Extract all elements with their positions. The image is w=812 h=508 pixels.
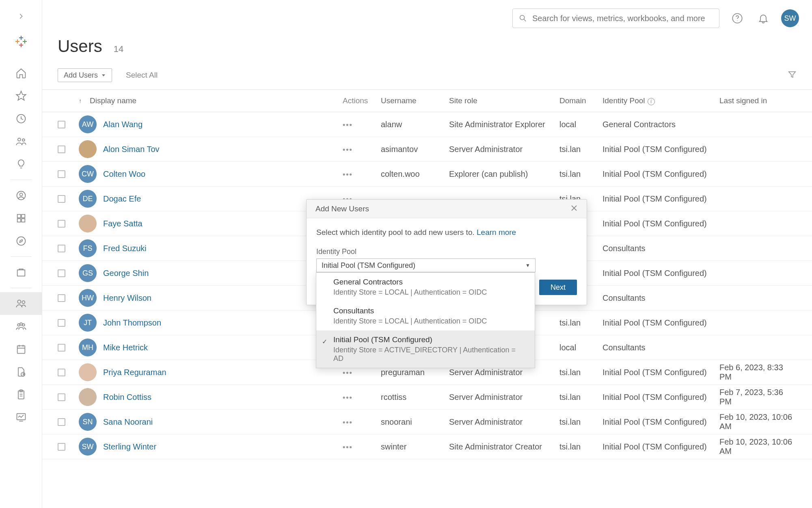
user-name-link[interactable]: Priya Reguraman bbox=[103, 368, 166, 377]
cell-domain: tsi.lan bbox=[559, 393, 603, 402]
row-actions-button[interactable]: ••• bbox=[343, 145, 353, 154]
row-actions-button[interactable]: ••• bbox=[343, 170, 353, 178]
cell-site-role: Server Administrator bbox=[449, 368, 559, 377]
nav-recents[interactable] bbox=[0, 107, 42, 130]
avatar bbox=[79, 363, 97, 381]
notifications-button[interactable] bbox=[755, 10, 771, 26]
row-checkbox[interactable] bbox=[58, 269, 65, 277]
nav-explore[interactable] bbox=[0, 230, 42, 252]
user-name-link[interactable]: John Thompson bbox=[103, 318, 161, 328]
nav-home[interactable] bbox=[0, 62, 42, 85]
user-name-link[interactable]: Sterling Winter bbox=[103, 442, 156, 452]
row-actions-button[interactable]: ••• bbox=[343, 418, 353, 426]
cell-identity-pool: Initial Pool (TSM Configured) bbox=[603, 417, 719, 427]
row-checkbox[interactable] bbox=[58, 220, 65, 228]
row-checkbox[interactable] bbox=[58, 418, 65, 426]
nav-favorites[interactable] bbox=[0, 85, 42, 107]
identity-pool-select[interactable]: Initial Pool (TSM Configured) ▼ bbox=[316, 258, 536, 272]
row-checkbox[interactable] bbox=[58, 443, 65, 451]
row-checkbox[interactable] bbox=[58, 195, 65, 203]
col-domain[interactable]: Domain bbox=[559, 96, 603, 105]
nav-tasks[interactable] bbox=[0, 383, 42, 406]
learn-more-link[interactable]: Learn more bbox=[477, 228, 516, 237]
avatar bbox=[79, 388, 97, 406]
identity-pool-option[interactable]: Consultants Identity Store = LOCAL | Aut… bbox=[316, 302, 535, 330]
search-input[interactable] bbox=[532, 14, 713, 23]
table-row: Alon Siman Tov ••• asimantov Server Admi… bbox=[42, 137, 812, 162]
user-name-link[interactable]: Robin Cottiss bbox=[103, 393, 151, 402]
nav-collections[interactable] bbox=[0, 207, 42, 230]
identity-pool-option[interactable]: General Contractors Identity Store = LOC… bbox=[316, 273, 535, 302]
identity-pool-option[interactable]: ✓ Initial Pool (TSM Configured) Identity… bbox=[316, 330, 535, 368]
nav-users[interactable] bbox=[0, 292, 42, 315]
cell-identity-pool: General Contractors bbox=[603, 120, 719, 129]
nav-site-status[interactable] bbox=[0, 406, 42, 429]
user-name-link[interactable]: Fred Suzuki bbox=[103, 244, 147, 253]
global-search[interactable] bbox=[512, 9, 719, 28]
user-name-link[interactable]: Henry Wilson bbox=[103, 293, 151, 303]
filter-button[interactable] bbox=[788, 70, 797, 81]
cell-site-role: Site Administrator Creator bbox=[449, 442, 559, 452]
row-checkbox[interactable] bbox=[58, 393, 65, 401]
nav-jobs[interactable] bbox=[0, 360, 42, 383]
cell-identity-pool: Consultants bbox=[603, 343, 719, 352]
row-checkbox[interactable] bbox=[58, 294, 65, 302]
nav-external-assets[interactable] bbox=[0, 261, 42, 284]
row-checkbox[interactable] bbox=[58, 170, 65, 178]
avatar: AW bbox=[79, 115, 97, 133]
select-all-button[interactable]: Select All bbox=[126, 71, 158, 80]
svg-line-38 bbox=[524, 19, 526, 21]
user-name-link[interactable]: Sana Noorani bbox=[103, 417, 153, 427]
cell-site-role: Server Administrator bbox=[449, 393, 559, 402]
row-actions-button[interactable]: ••• bbox=[343, 369, 353, 377]
table-row: CWColten Woo ••• colten.woo Explorer (ca… bbox=[42, 162, 812, 187]
cell-identity-pool: Consultants bbox=[603, 244, 719, 253]
user-name-link[interactable]: Alon Siman Tov bbox=[103, 145, 160, 154]
col-last-signed[interactable]: Last signed in bbox=[719, 96, 797, 105]
svg-rect-35 bbox=[17, 414, 25, 420]
info-icon[interactable]: i bbox=[648, 98, 655, 105]
row-actions-button[interactable]: ••• bbox=[343, 121, 353, 129]
row-actions-button[interactable]: ••• bbox=[343, 393, 353, 402]
nav-recommendations[interactable] bbox=[0, 153, 42, 176]
cell-domain: local bbox=[559, 120, 603, 129]
svg-rect-18 bbox=[22, 219, 25, 222]
row-checkbox[interactable] bbox=[58, 369, 65, 376]
next-button[interactable]: Next bbox=[539, 280, 577, 295]
cell-identity-pool: Initial Pool (TSM Configured) bbox=[603, 194, 719, 204]
user-name-link[interactable]: George Shin bbox=[103, 269, 149, 278]
row-checkbox[interactable] bbox=[58, 145, 65, 153]
col-display-name[interactable]: ↑Display name bbox=[79, 96, 343, 105]
cell-site-role: Site Administrator Explorer bbox=[449, 120, 559, 129]
svg-rect-17 bbox=[17, 219, 20, 222]
avatar: SN bbox=[79, 413, 97, 431]
col-site-role[interactable]: Site role bbox=[449, 96, 559, 105]
row-actions-button[interactable]: ••• bbox=[343, 443, 353, 451]
col-identity-pool[interactable]: Identity Pooli bbox=[603, 96, 719, 105]
row-checkbox[interactable] bbox=[58, 344, 65, 352]
row-checkbox[interactable] bbox=[58, 319, 65, 327]
user-name-link[interactable]: Alan Wang bbox=[103, 120, 143, 129]
nav-shared[interactable] bbox=[0, 130, 42, 153]
svg-marker-8 bbox=[16, 91, 26, 100]
user-name-link[interactable]: Dogac Efe bbox=[103, 194, 141, 204]
collapse-nav-button[interactable] bbox=[0, 8, 42, 24]
user-avatar[interactable]: SW bbox=[781, 9, 799, 27]
nav-groups[interactable] bbox=[0, 315, 42, 338]
cell-domain: tsi.lan bbox=[559, 318, 603, 328]
user-name-link[interactable]: Mike Hetrick bbox=[103, 343, 148, 352]
modal-close-button[interactable] bbox=[570, 204, 578, 214]
user-name-link[interactable]: Colten Woo bbox=[103, 169, 145, 179]
row-checkbox[interactable] bbox=[58, 245, 65, 252]
svg-rect-26 bbox=[17, 346, 25, 354]
tableau-logo[interactable] bbox=[0, 29, 42, 54]
avatar: FS bbox=[79, 239, 97, 257]
nav-schedules[interactable] bbox=[0, 338, 42, 360]
add-users-button[interactable]: Add Users bbox=[58, 68, 112, 82]
top-bar: SW bbox=[42, 0, 812, 37]
row-checkbox[interactable] bbox=[58, 121, 65, 128]
col-username[interactable]: Username bbox=[381, 96, 449, 105]
nav-personal-space[interactable] bbox=[0, 184, 42, 207]
user-name-link[interactable]: Faye Satta bbox=[103, 219, 143, 228]
help-button[interactable] bbox=[729, 10, 745, 26]
